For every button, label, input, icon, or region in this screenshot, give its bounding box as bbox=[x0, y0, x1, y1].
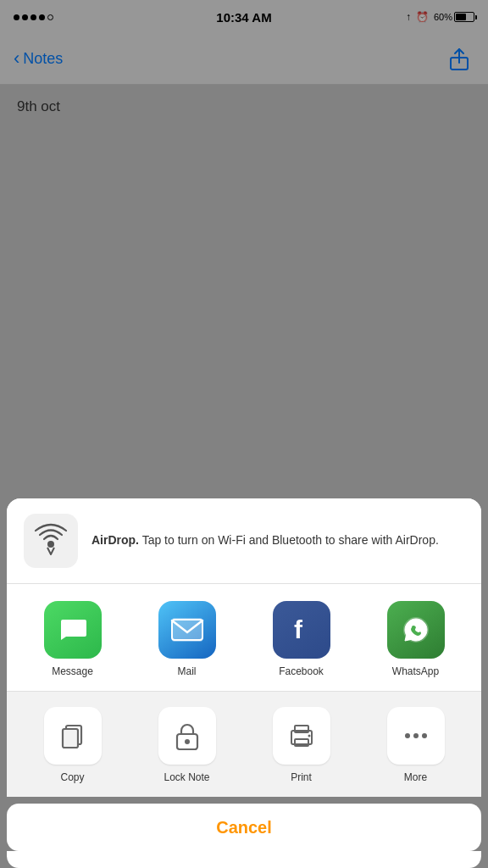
app-item-facebook[interactable]: f Facebook bbox=[244, 601, 358, 677]
action-item-more[interactable]: More bbox=[358, 707, 473, 783]
lock-note-label: Lock Note bbox=[164, 771, 209, 783]
svg-text:f: f bbox=[294, 615, 303, 643]
whatsapp-icon-svg bbox=[399, 613, 433, 647]
print-icon-wrap bbox=[273, 707, 330, 765]
airdrop-icon-wrap bbox=[24, 514, 78, 568]
actions-row: Copy Lock Note bbox=[7, 692, 481, 797]
more-label: More bbox=[404, 771, 427, 783]
cancel-label: Cancel bbox=[216, 818, 272, 837]
svg-point-13 bbox=[308, 735, 310, 737]
app-item-messages[interactable]: Message bbox=[15, 601, 130, 677]
share-card: AirDrop. Tap to turn on Wi-Fi and Blueto… bbox=[7, 498, 481, 797]
apps-row: Message Mail f Facebook bbox=[7, 584, 481, 692]
svg-point-16 bbox=[422, 733, 427, 738]
print-icon bbox=[286, 721, 317, 751]
svg-rect-7 bbox=[63, 729, 78, 748]
action-item-lock-note[interactable]: Lock Note bbox=[130, 707, 244, 783]
action-item-print[interactable]: Print bbox=[244, 707, 358, 783]
airdrop-icon bbox=[32, 522, 69, 559]
whatsapp-app-icon bbox=[387, 601, 445, 659]
mail-label: Mail bbox=[177, 665, 196, 677]
facebook-icon-svg: f bbox=[285, 613, 319, 647]
mail-app-icon bbox=[158, 601, 216, 659]
messages-app-icon bbox=[44, 601, 102, 659]
svg-point-15 bbox=[413, 733, 419, 738]
copy-icon-wrap bbox=[44, 707, 102, 765]
facebook-label: Facebook bbox=[279, 665, 324, 677]
more-icon-wrap bbox=[387, 707, 445, 765]
print-label: Print bbox=[291, 771, 312, 783]
safe-area bbox=[7, 851, 481, 868]
svg-rect-9 bbox=[185, 739, 190, 744]
more-icon bbox=[401, 721, 431, 751]
copy-label: Copy bbox=[60, 771, 84, 783]
action-item-copy[interactable]: Copy bbox=[15, 707, 130, 783]
share-sheet: AirDrop. Tap to turn on Wi-Fi and Blueto… bbox=[0, 498, 488, 868]
app-item-whatsapp[interactable]: WhatsApp bbox=[358, 601, 473, 677]
facebook-app-icon: f bbox=[273, 601, 330, 659]
svg-point-14 bbox=[405, 733, 410, 738]
whatsapp-label: WhatsApp bbox=[392, 665, 439, 677]
messages-icon-svg bbox=[56, 613, 90, 647]
airdrop-description: AirDrop. Tap to turn on Wi-Fi and Blueto… bbox=[92, 532, 439, 549]
cancel-button[interactable]: Cancel bbox=[7, 804, 481, 851]
lock-note-icon-wrap bbox=[158, 707, 216, 765]
lock-icon bbox=[174, 721, 201, 751]
mail-icon-svg bbox=[170, 616, 204, 643]
svg-point-1 bbox=[47, 541, 54, 548]
svg-rect-2 bbox=[172, 618, 202, 642]
copy-icon bbox=[58, 721, 88, 751]
app-item-mail[interactable]: Mail bbox=[130, 601, 244, 677]
airdrop-row[interactable]: AirDrop. Tap to turn on Wi-Fi and Blueto… bbox=[7, 498, 481, 584]
messages-label: Message bbox=[52, 665, 93, 677]
